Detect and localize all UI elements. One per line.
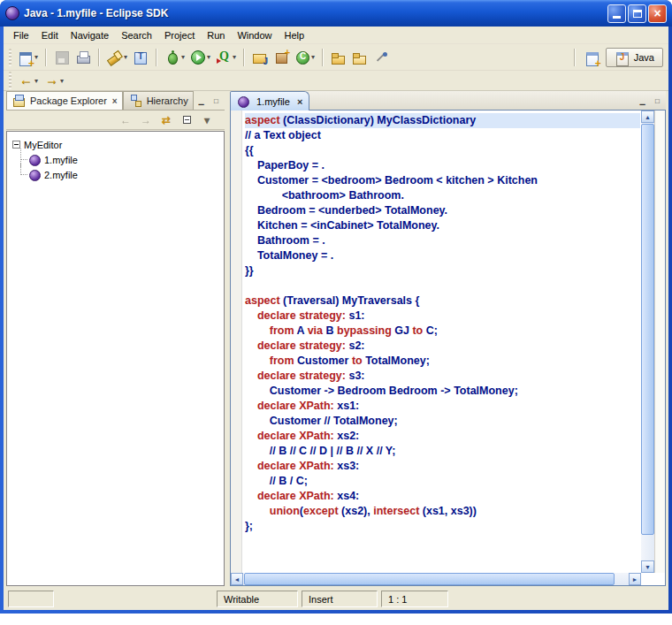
close-icon: ×: [653, 7, 661, 19]
menu-item-file[interactable]: File: [7, 27, 35, 43]
toolbar-grip[interactable]: [9, 72, 11, 89]
external-tools-button[interactable]: ▾: [214, 47, 238, 68]
code-line: declare XPath: xs1:: [245, 399, 640, 414]
open-folder-button[interactable]: [350, 47, 370, 68]
close-button[interactable]: ×: [648, 4, 667, 23]
scroll-up-icon[interactable]: ▲: [641, 111, 654, 123]
horizontal-scrollbar[interactable]: ◄ ►: [231, 573, 641, 585]
vertical-scroll-thumb[interactable]: [641, 124, 654, 535]
forward-icon: [43, 72, 59, 88]
save-icon: [54, 50, 70, 65]
minimize-view-button[interactable]: ▁: [195, 95, 208, 107]
pin-icon: [373, 50, 389, 65]
tab-editor-1myfile[interactable]: 1.myfile ×: [230, 91, 309, 111]
open-perspective-button[interactable]: [583, 47, 602, 68]
run-button[interactable]: ▾: [188, 47, 212, 68]
horizontal-scroll-track[interactable]: [243, 573, 629, 585]
menu-item-run[interactable]: Run: [201, 27, 231, 43]
horizontal-scroll-thumb[interactable]: [244, 573, 615, 585]
title-bar[interactable]: Java - 1.myfile - Eclipse SDK ×: [0, 0, 672, 27]
overview-ruler: [654, 111, 665, 573]
new-package-button[interactable]: [271, 47, 291, 68]
dropdown-arrow-icon[interactable]: ▾: [34, 53, 38, 61]
maximize-editor-button[interactable]: □: [651, 95, 664, 107]
expander-minus-icon[interactable]: [12, 141, 20, 149]
dropdown-arrow-icon[interactable]: ▾: [233, 53, 236, 61]
debug-button[interactable]: ▾: [163, 47, 187, 68]
view-menu-button[interactable]: ▾: [198, 112, 216, 128]
scroll-down-icon[interactable]: ▼: [641, 560, 654, 573]
menu-item-project[interactable]: Project: [158, 27, 201, 43]
code-line: Kitchen = <inCabinet> TotalMoney.: [245, 218, 640, 233]
forward-button[interactable]: ▾: [42, 70, 65, 91]
dropdown-arrow-icon[interactable]: ▾: [181, 53, 185, 61]
new-class-button[interactable]: ▾: [293, 47, 317, 68]
scroll-left-icon[interactable]: ◄: [231, 573, 243, 585]
eclipse-window: Java - 1.myfile - Eclipse SDK × FileEdit…: [0, 0, 672, 614]
code-line: <bathroom> Bathroom.: [245, 188, 640, 203]
maximize-icon: [633, 10, 642, 18]
hierarchy-icon: [128, 93, 144, 109]
status-insert-mode: Insert: [302, 591, 378, 607]
minimize-button[interactable]: [607, 4, 626, 23]
code-line: // a Text object: [245, 128, 640, 143]
run-icon: [190, 50, 206, 65]
new-java-project-button[interactable]: [250, 47, 270, 68]
menu-item-search[interactable]: Search: [115, 27, 158, 43]
open-folder-icon: [352, 50, 368, 65]
desktop: Java - 1.myfile - Eclipse SDK × FileEdit…: [0, 0, 672, 625]
menu-bar: FileEditNavigateSearchProjectRunWindowHe…: [4, 27, 668, 44]
tree-item-1myfile[interactable]: 1.myfile: [7, 152, 224, 167]
java-perspective-button[interactable]: Java: [606, 48, 663, 67]
main-toolbar: ▾▾▾▾▾▾ Java: [4, 44, 668, 71]
maximize-button[interactable]: [628, 4, 646, 23]
code-line: TotalMoney = .: [245, 248, 640, 263]
dropdown-arrow-icon[interactable]: ▾: [34, 77, 38, 85]
project-tree: MyEditor 1.myfile2.myfile: [6, 131, 225, 586]
back-button[interactable]: ▾: [16, 70, 40, 91]
new-class-icon: [294, 50, 310, 65]
dropdown-arrow-icon[interactable]: ▾: [60, 77, 64, 85]
scroll-right-icon[interactable]: ►: [629, 573, 641, 585]
tree-item-2myfile[interactable]: 2.myfile: [7, 167, 224, 182]
menu-item-navigate[interactable]: Navigate: [65, 27, 115, 43]
menu-item-help[interactable]: Help: [279, 27, 311, 43]
java-perspective-label: Java: [634, 52, 654, 63]
toolbar-grip[interactable]: [9, 49, 11, 66]
collapse-all-button[interactable]: [178, 112, 195, 128]
view-forward-button: →: [137, 112, 155, 128]
print-button[interactable]: [73, 47, 93, 68]
status-writable: Writable: [217, 591, 298, 607]
pin-button[interactable]: [371, 47, 391, 68]
search-button[interactable]: ▾: [105, 47, 129, 68]
editor-tab-label: 1.myfile: [256, 96, 290, 107]
status-bar: Writable Insert 1 : 1: [6, 590, 666, 608]
code-line: aspect (ClassDictionary) MyClassDictiona…: [245, 113, 640, 128]
close-editor-tab-icon[interactable]: ×: [297, 96, 302, 107]
open-type-button[interactable]: [131, 47, 150, 68]
vertical-scrollbar[interactable]: ▲ ▼: [641, 111, 654, 573]
tab-label: Package Explorer: [30, 95, 107, 106]
toolbar-separator: [243, 49, 245, 66]
save-button: [52, 47, 72, 68]
close-view-icon[interactable]: ×: [112, 96, 118, 106]
dropdown-arrow-icon[interactable]: ▾: [207, 53, 210, 61]
menu-item-window[interactable]: Window: [231, 27, 278, 43]
new-wizard-button[interactable]: ▾: [16, 47, 40, 68]
external-tools-icon: [216, 50, 232, 65]
code-area[interactable]: aspect (ClassDictionary) MyClassDictiona…: [245, 113, 640, 571]
dropdown-arrow-icon[interactable]: ▾: [311, 53, 315, 61]
tree-item-myeditor[interactable]: MyEditor: [7, 137, 224, 152]
vertical-scroll-track[interactable]: [641, 123, 654, 560]
myfile-icon: [237, 95, 249, 108]
open-resource-button[interactable]: [329, 47, 348, 68]
navigation-toolbar: ▾▾: [4, 71, 668, 91]
link-with-editor-button[interactable]: ⇄: [157, 112, 175, 128]
tab-hierarchy[interactable]: Hierarchy: [123, 91, 194, 110]
minimize-editor-button[interactable]: ▁: [636, 95, 649, 107]
tab-package-explorer[interactable]: Package Explorer ×: [6, 91, 123, 110]
tree-item-label: 2.myfile: [44, 170, 78, 180]
dropdown-arrow-icon[interactable]: ▾: [124, 53, 127, 61]
maximize-view-button[interactable]: □: [210, 95, 223, 107]
menu-item-edit[interactable]: Edit: [35, 27, 65, 43]
